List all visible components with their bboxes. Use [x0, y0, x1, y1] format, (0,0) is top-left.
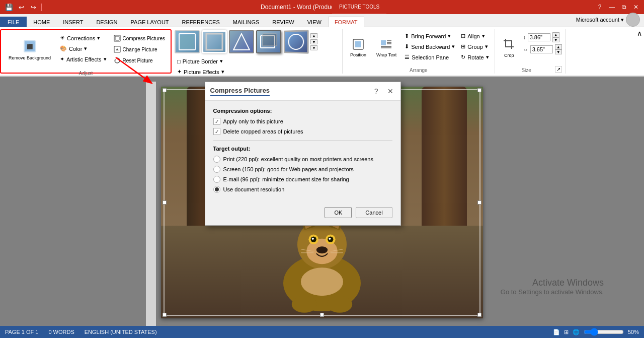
change-picture-button[interactable]: Change Picture [111, 44, 168, 54]
view-web-icon[interactable]: 🌐 [573, 329, 580, 335]
height-input[interactable] [528, 33, 550, 41]
pic-style-4[interactable] [256, 30, 281, 53]
artistic-icon: ✦ [60, 56, 64, 62]
style-scroll-down[interactable]: ▼ [310, 39, 317, 44]
document-radio-row[interactable]: Use document resolution [213, 186, 392, 193]
compress-pictures-button[interactable]: Compress Pictures [111, 33, 168, 43]
delete-cropped-row[interactable]: ✓ Delete cropped areas of pictures [213, 128, 392, 135]
tab-design[interactable]: DESIGN [90, 17, 124, 27]
reset-picture-button[interactable]: Reset Picture [111, 55, 168, 65]
selection-pane-icon: ☰ [405, 54, 410, 60]
tab-format[interactable]: FORMAT [328, 17, 364, 27]
apply-only-checkbox[interactable]: ✓ [213, 118, 220, 125]
tab-mailings[interactable]: MAILINGS [226, 17, 266, 27]
minimize-icon[interactable]: — [608, 3, 616, 11]
email-radio[interactable] [213, 176, 220, 183]
tab-view[interactable]: VIEW [301, 17, 328, 27]
svg-point-37 [316, 246, 328, 253]
rotate-button[interactable]: ↻ Rotate ▾ [458, 52, 491, 62]
pic-style-1[interactable] [175, 30, 200, 53]
height-down[interactable]: ▼ [552, 37, 559, 42]
delete-cropped-checkbox[interactable]: ✓ [213, 128, 220, 135]
color-button[interactable]: 🎨 Color ▾ [57, 44, 109, 53]
group-icon: ⊞ [461, 43, 465, 50]
print-radio[interactable] [213, 156, 220, 163]
save-icon[interactable]: 💾 [4, 2, 14, 12]
tab-file[interactable]: FILE [0, 17, 27, 27]
dialog-close-button[interactable]: ✕ [385, 86, 395, 96]
svg-text:⬛: ⬛ [27, 43, 33, 50]
height-up[interactable]: ▲ [552, 32, 559, 37]
tab-home[interactable]: HOME [27, 17, 56, 27]
close-icon[interactable]: ✕ [632, 3, 640, 11]
remove-background-button[interactable]: ⬛ Remove Background [4, 32, 55, 67]
target-output-label: Target output: [213, 146, 392, 152]
pic-style-5-icon [287, 33, 305, 51]
crop-button[interactable]: Crop [498, 30, 520, 65]
help-icon[interactable]: ? [596, 3, 604, 11]
remove-bg-icon: ⬛ [23, 39, 37, 53]
send-backward-button[interactable]: ⬇ Send Backward ▾ [402, 42, 457, 51]
effects-icon: ✦ [177, 69, 182, 75]
picture-effects-button[interactable]: ✦ Picture Effects ▾ [175, 67, 227, 77]
screen-label: Screen (150 ppi): good for Web pages and… [223, 166, 354, 172]
screen-radio-row[interactable]: Screen (150 ppi): good for Web pages and… [213, 166, 392, 173]
artistic-effects-button[interactable]: ✦ Artistic Effects ▾ [57, 54, 109, 64]
svg-point-36 [329, 238, 331, 240]
maximize-icon[interactable]: ⧉ [620, 3, 628, 11]
compress-icon [114, 35, 121, 42]
account-section[interactable]: Microsoft account ▾ [576, 13, 644, 27]
style-scroll-up[interactable]: ▲ [310, 33, 317, 38]
adjust-label: Adjust [3, 69, 169, 76]
print-radio-row[interactable]: Print (220 ppi): excellent quality on mo… [213, 156, 392, 163]
pic-style-5[interactable] [284, 30, 309, 54]
tab-insert[interactable]: INSERT [56, 17, 90, 27]
style-scroll-btns: ▲ ▼ ▾ [310, 33, 317, 50]
size-label: Size [498, 65, 555, 73]
svg-rect-4 [115, 36, 119, 40]
zoom-slider[interactable] [584, 328, 624, 336]
word-count: 0 WORDS [48, 329, 74, 335]
group-button[interactable]: ⊞ Group ▾ [458, 42, 491, 51]
view-layout-icon[interactable]: ⊞ [564, 329, 569, 335]
apply-only-label: Apply only to this picture [223, 118, 283, 124]
screen-radio[interactable] [213, 166, 220, 173]
width-up[interactable]: ▲ [555, 44, 562, 49]
redo-icon[interactable]: ↪ [28, 2, 38, 12]
pic-style-2-icon [205, 33, 223, 51]
arrange-label: Arrange [346, 65, 492, 73]
ok-button[interactable]: OK [325, 207, 352, 218]
width-input[interactable] [530, 45, 553, 53]
wrap-text-button[interactable]: Wrap Text [372, 30, 401, 65]
ribbon-tabs: FILE HOME INSERT DESIGN PAGE LAYOUT REFE… [0, 14, 644, 27]
align-button[interactable]: ⊟ Align ▾ [458, 31, 491, 41]
tab-page-layout[interactable]: PAGE LAYOUT [124, 17, 176, 27]
view-normal-icon[interactable]: 📄 [553, 329, 560, 335]
position-button[interactable]: Position [346, 30, 371, 65]
pic-style-3[interactable] [229, 30, 254, 53]
size-expand-icon[interactable]: ↗ [555, 66, 562, 73]
tab-references[interactable]: REFERENCES [176, 17, 226, 27]
undo-icon[interactable]: ↩ [16, 2, 26, 12]
width-down[interactable]: ▼ [555, 49, 562, 54]
style-more[interactable]: ▾ [310, 45, 317, 50]
document-area: Activate Windows Go to Settings to activ… [0, 77, 644, 326]
document-radio[interactable] [213, 186, 220, 193]
avatar [626, 13, 640, 27]
cancel-button[interactable]: Cancel [356, 207, 392, 218]
reset-icon [114, 57, 121, 64]
ribbon: ⬛ Remove Background ☀ Corrections ▾ 🎨 Co… [0, 27, 644, 77]
picture-border-button[interactable]: □ Picture Border ▾ [175, 56, 227, 66]
bring-forward-button[interactable]: ⬆ Bring Forward ▾ [402, 31, 457, 41]
color-icon: 🎨 [60, 45, 67, 52]
selection-pane-button[interactable]: ☰ Selection Pane [402, 52, 457, 62]
tab-review[interactable]: REVIEW [266, 17, 300, 27]
svg-marker-12 [233, 34, 250, 50]
dialog-help-button[interactable]: ? [371, 86, 381, 96]
pic-style-2[interactable] [202, 30, 227, 53]
print-label: Print (220 ppi): excellent quality on mo… [223, 156, 373, 162]
apply-only-row[interactable]: ✓ Apply only to this picture [213, 118, 392, 125]
email-radio-row[interactable]: E-mail (96 ppi): minimize document size … [213, 176, 392, 183]
corrections-button[interactable]: ☀ Corrections ▾ [57, 33, 109, 43]
collapse-ribbon-button[interactable]: ∧ [637, 29, 642, 37]
